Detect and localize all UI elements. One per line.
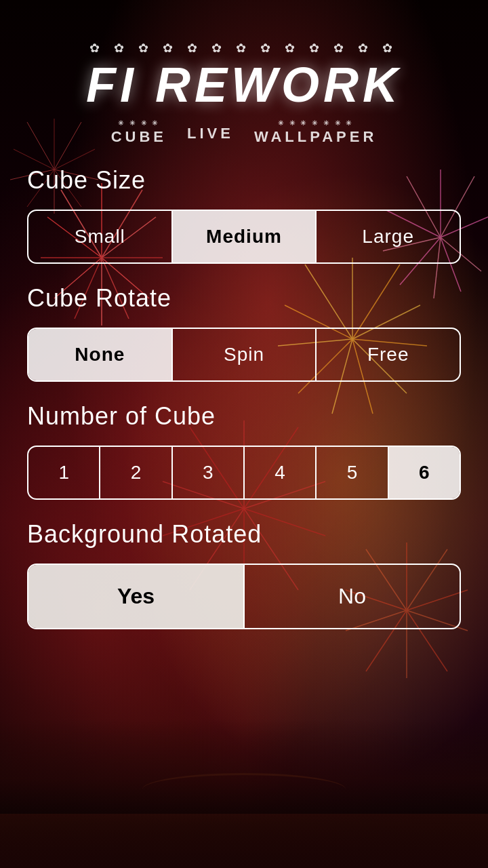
main-content: ✿ ✿ ✿ ✿ ✿ ✿ ✿ ✿ ✿ ✿ ✿ ✿ ✿ FI REWORK CUBE… — [0, 0, 488, 650]
subtitle-live: LIVE — [187, 123, 234, 142]
cube-size-section: Cube Size Small Medium Large — [27, 166, 461, 264]
num-cube-2[interactable]: 2 — [100, 447, 172, 498]
num-cube-3[interactable]: 3 — [173, 447, 245, 498]
num-cube-1[interactable]: 1 — [28, 447, 100, 498]
num-cube-4[interactable]: 4 — [245, 447, 317, 498]
cube-rotate-label: Cube Rotate — [27, 284, 461, 313]
cube-rotate-none[interactable]: None — [28, 329, 173, 380]
cube-size-label: Cube Size — [27, 166, 461, 195]
num-cube-5[interactable]: 5 — [317, 447, 388, 498]
bg-rotated-yes[interactable]: Yes — [28, 565, 245, 628]
cube-size-small[interactable]: Small — [28, 211, 173, 262]
water-reflection — [0, 814, 488, 868]
number-of-cube-group: 1 2 3 4 5 6 — [27, 446, 461, 500]
bg-rotated-no[interactable]: No — [245, 565, 460, 628]
num-cube-6[interactable]: 6 — [389, 447, 460, 498]
cube-rotate-free[interactable]: Free — [317, 329, 460, 380]
background-rotated-label: Background Rotated — [27, 520, 461, 549]
app-title: FI REWORK — [86, 57, 402, 113]
background-rotated-group: Yes No — [27, 564, 461, 629]
subtitle-cube: CUBE — [111, 119, 167, 146]
cube-size-large[interactable]: Large — [317, 211, 460, 262]
bridge-silhouette — [142, 773, 346, 814]
cube-size-medium[interactable]: Medium — [173, 211, 317, 262]
number-of-cube-section: Number of Cube 1 2 3 4 5 6 — [27, 402, 461, 500]
bottom-scene — [0, 719, 488, 868]
tree-decoration-top: ✿ ✿ ✿ ✿ ✿ ✿ ✿ ✿ ✿ ✿ ✿ ✿ ✿ — [89, 41, 398, 56]
cube-rotate-spin[interactable]: Spin — [173, 329, 317, 380]
cube-rotate-section: Cube Rotate None Spin Free — [27, 284, 461, 382]
subtitle-wallpaper: WALLPAPER — [254, 119, 377, 146]
header: ✿ ✿ ✿ ✿ ✿ ✿ ✿ ✿ ✿ ✿ ✿ ✿ ✿ FI REWORK CUBE… — [27, 0, 461, 146]
background-rotated-section: Background Rotated Yes No — [27, 520, 461, 629]
number-of-cube-label: Number of Cube — [27, 402, 461, 431]
cube-rotate-group: None Spin Free — [27, 328, 461, 382]
cube-size-group: Small Medium Large — [27, 210, 461, 264]
subtitle-row: CUBE LIVE WALLPAPER — [111, 119, 378, 146]
